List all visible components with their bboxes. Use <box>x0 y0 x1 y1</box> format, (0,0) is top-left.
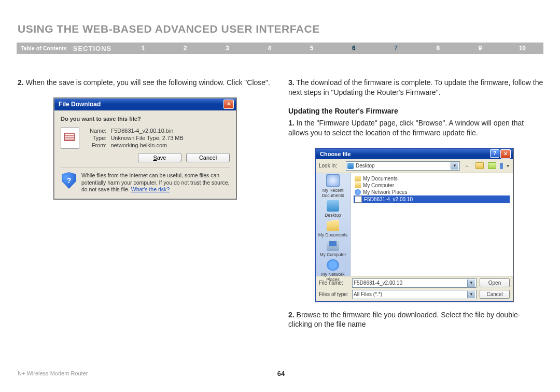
subheading-updating-firmware: Updating the Router's Firmware <box>288 107 543 115</box>
open-button[interactable]: Open <box>480 278 510 287</box>
section-6[interactable]: 6 <box>333 45 375 52</box>
list-item[interactable]: My Documents <box>354 175 510 182</box>
chevron-down-icon[interactable]: ▼ <box>467 279 475 287</box>
sidebar-my-computer[interactable]: My Computer <box>316 239 350 258</box>
choose-titlebar: Choose file ? × <box>316 149 513 159</box>
section-2[interactable]: 2 <box>164 45 206 52</box>
sidebar-desktop[interactable]: Desktop <box>316 199 350 219</box>
right-step-1: 1. In the "Firmware Update" page, click … <box>288 118 543 138</box>
section-7[interactable]: 7 <box>375 45 417 52</box>
section-4[interactable]: 4 <box>248 45 290 52</box>
shield-icon: ? <box>62 172 76 189</box>
page-title: USING THE WEB-BASED ADVANCED USER INTERF… <box>18 23 320 35</box>
save-button[interactable]: Save <box>138 153 181 162</box>
views-icon[interactable]: ▾ <box>499 161 510 171</box>
right-step-2: 2. Browse to the firmware file you downl… <box>288 310 543 330</box>
chevron-down-icon[interactable]: ▼ <box>451 162 458 170</box>
choose-sidebar: My Recent Documents Desktop My Documents… <box>316 173 351 276</box>
desktop-icon <box>347 163 354 169</box>
cancel-button[interactable]: Cancel <box>480 290 510 299</box>
lookin-combo[interactable]: Desktop ▼ <box>346 161 460 171</box>
footer: N+ Wireless Modem Router 64 <box>18 370 544 376</box>
whats-the-risk-link[interactable]: What's the risk? <box>131 186 170 192</box>
up-folder-icon[interactable] <box>474 161 485 171</box>
lookin-label: Look in: <box>319 163 344 169</box>
choose-file-dialog: Choose file ? × Look in: Desktop ▼ ← ▾ M… <box>315 148 513 302</box>
help-icon[interactable]: ? <box>490 149 499 158</box>
list-item-selected[interactable]: F5D8631-4_v2.00.10 <box>354 195 510 203</box>
right-step-3: 3. The download of the firmware is compl… <box>288 78 543 97</box>
section-3[interactable]: 3 <box>206 45 248 52</box>
section-9[interactable]: 9 <box>459 45 501 52</box>
page-number: 64 <box>277 370 285 377</box>
file-icon <box>61 127 79 149</box>
filename-label: File name: <box>319 280 349 286</box>
sidebar-my-documents[interactable]: My Documents <box>316 219 350 239</box>
sidebar-network-places[interactable]: My Network Places <box>316 258 350 283</box>
section-5[interactable]: 5 <box>290 45 332 52</box>
section-8[interactable]: 8 <box>417 45 459 52</box>
filedl-title: File Download <box>59 101 101 108</box>
product-name: N+ Wireless Modem Router <box>18 370 88 376</box>
filename-input[interactable]: F5D8631-4_v2.00.10▼ <box>352 278 477 288</box>
filedl-titlebar: File Download × <box>54 99 236 110</box>
sections-label: SECTIONS <box>73 45 122 52</box>
filesoftype-combo[interactable]: All Files (*.*)▼ <box>352 290 477 299</box>
section-10[interactable]: 10 <box>501 45 543 52</box>
filesoftype-label: Files of type: <box>319 291 349 297</box>
file-download-dialog: File Download × Do you want to save this… <box>54 98 236 199</box>
filedl-question: Do you want to save this file? <box>61 116 230 122</box>
left-step-2: 2. When the save is complete, you will s… <box>18 78 273 88</box>
filedl-details: Name:F5D8631-4_v2.00.10.bin Type:Unknown… <box>88 127 186 149</box>
file-list[interactable]: My Documents My Computer My Network Plac… <box>351 173 513 276</box>
toc-link[interactable]: Table of Contents <box>17 46 73 51</box>
section-1[interactable]: 1 <box>122 45 164 52</box>
filedl-warning: While files from the Internet can be use… <box>81 172 230 193</box>
back-icon[interactable]: ← <box>462 161 472 171</box>
new-folder-icon[interactable] <box>487 161 497 171</box>
section-nav: Table of Contents SECTIONS 1 2 3 4 5 6 7… <box>17 43 543 54</box>
choose-title: Choose file <box>320 151 351 157</box>
close-icon[interactable]: × <box>500 149 511 159</box>
list-item[interactable]: My Computer <box>354 182 510 189</box>
sidebar-recent-documents[interactable]: My Recent Documents <box>316 173 350 199</box>
close-icon[interactable]: × <box>223 100 234 109</box>
chevron-down-icon[interactable]: ▼ <box>467 291 475 298</box>
cancel-button[interactable]: Cancel <box>186 153 230 162</box>
list-item[interactable]: My Network Places <box>354 189 510 195</box>
